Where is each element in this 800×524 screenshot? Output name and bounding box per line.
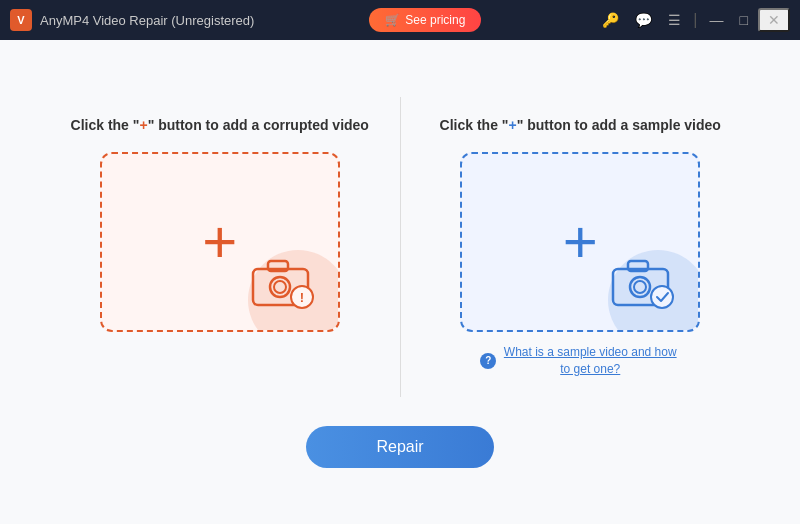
main-content: Click the "+" button to add a corrupted … <box>0 40 800 524</box>
help-icon: ? <box>480 353 496 369</box>
corrupted-video-label: Click the "+" button to add a corrupted … <box>71 116 369 136</box>
sample-plus-text: + <box>508 117 516 133</box>
close-button[interactable]: ✕ <box>758 8 790 32</box>
help-link-text: What is a sample video and how to get on… <box>500 344 680 378</box>
panels-row: Click the "+" button to add a corrupted … <box>40 96 760 397</box>
svg-text:!: ! <box>300 290 304 305</box>
corrupted-plus-text: + <box>139 117 147 133</box>
corrupted-camera-icon: ! <box>248 255 318 310</box>
title-bar-center: 🛒 See pricing <box>369 8 481 32</box>
corrupted-video-upload-zone[interactable]: + ! <box>100 152 340 332</box>
maximize-button[interactable]: □ <box>734 10 754 30</box>
separator: | <box>693 11 697 29</box>
sample-video-label: Click the "+" button to add a sample vid… <box>440 116 721 136</box>
see-pricing-label: See pricing <box>405 13 465 27</box>
repair-button-label: Repair <box>376 438 423 455</box>
see-pricing-button[interactable]: 🛒 See pricing <box>369 8 481 32</box>
add-sample-icon: + <box>563 212 598 272</box>
sample-video-upload-zone[interactable]: + <box>460 152 700 332</box>
chat-button[interactable]: 💬 <box>629 10 658 30</box>
cart-icon: 🛒 <box>385 13 400 27</box>
corrupted-video-panel: Click the "+" button to add a corrupted … <box>40 96 400 352</box>
title-bar-left: V AnyMP4 Video Repair (Unregistered) <box>10 9 254 31</box>
add-corrupted-icon: + <box>202 212 237 272</box>
sample-camera-icon <box>608 255 678 310</box>
menu-button[interactable]: ☰ <box>662 10 687 30</box>
title-bar: V AnyMP4 Video Repair (Unregistered) 🛒 S… <box>0 0 800 40</box>
title-bar-actions: 🔑 💬 ☰ | — □ ✕ <box>596 8 790 32</box>
svg-text:V: V <box>17 14 25 26</box>
svg-point-12 <box>651 286 673 308</box>
svg-point-5 <box>274 281 286 293</box>
key-button[interactable]: 🔑 <box>596 10 625 30</box>
app-title: AnyMP4 Video Repair (Unregistered) <box>40 13 254 28</box>
sample-video-help-link[interactable]: ? What is a sample video and how to get … <box>480 344 680 378</box>
minimize-button[interactable]: — <box>704 10 730 30</box>
repair-button[interactable]: Repair <box>306 426 493 468</box>
svg-point-11 <box>634 281 646 293</box>
app-logo: V <box>10 9 32 31</box>
sample-video-panel: Click the "+" button to add a sample vid… <box>401 96 761 397</box>
